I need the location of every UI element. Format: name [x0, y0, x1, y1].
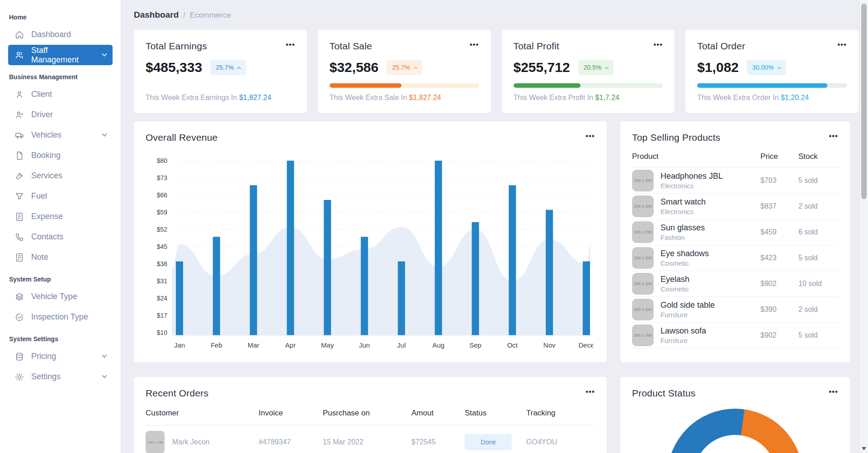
chevron-down-icon	[102, 131, 107, 136]
table-row[interactable]: 100 x 100 Mark Jecon #4789347 15 Mar 202…	[146, 425, 595, 453]
stat-card-total-earnings: Total Earnings ••• $485,333 25.7% This W…	[134, 30, 307, 113]
more-options-icon[interactable]: •••	[585, 388, 595, 396]
column-header-amount: Amout	[411, 409, 465, 418]
top-selling-products-card: Top Selling Products ••• Product Price S…	[620, 121, 850, 362]
products-table-header: Product Price Stock	[632, 143, 838, 168]
trend-value: 25.7%	[392, 64, 410, 71]
table-row[interactable]: 200 x 200 Smart watch Electronics $837 2…	[632, 194, 838, 219]
table-row[interactable]: 200 x 200 Eye shadows Cosmetic $423 5 so…	[632, 245, 838, 271]
orders-table-header: Customer Invoice Pusrchase on Amout Stat…	[146, 399, 595, 425]
thumbnail-placeholder-label: 200 x 200	[634, 333, 652, 338]
product-stock: 5 sold	[798, 176, 838, 185]
svg-text:Dece: Dece	[578, 341, 593, 349]
table-row[interactable]: 200 x 200 Sun glasses Fashion $459 6 sol…	[632, 219, 838, 245]
product-thumbnail: 200 x 200	[632, 273, 654, 295]
sidebar-item-fuel[interactable]: Fuel	[8, 186, 113, 206]
svg-text:$52: $52	[157, 226, 168, 233]
svg-text:$17: $17	[157, 312, 168, 319]
sidebar-item-pricing[interactable]: Pricing	[8, 346, 113, 367]
note-icon	[14, 253, 24, 262]
page-scrollbar[interactable]	[859, 0, 868, 453]
person-icon	[14, 90, 24, 100]
more-options-icon[interactable]: •••	[286, 41, 295, 48]
chevron-down-icon	[102, 353, 107, 358]
breadcrumb-dashboard-link[interactable]: Dashboard	[134, 10, 179, 20]
phone-icon	[14, 232, 24, 242]
more-options-icon[interactable]: •••	[829, 132, 838, 140]
card-title: Total Sale	[330, 41, 372, 52]
sidebar-item-note[interactable]: Note	[8, 247, 113, 267]
product-stock: 2 sold	[798, 305, 838, 314]
svg-text:Aug: Aug	[432, 341, 444, 349]
product-name: Eyelash	[660, 275, 689, 284]
order-amount: $72545	[411, 438, 465, 446]
sidebar-item-contacts[interactable]: Contacts	[8, 227, 113, 247]
sidebar-item-settings[interactable]: Settings	[8, 367, 113, 387]
sidebar-item-expense[interactable]: Expense	[8, 206, 113, 227]
status-badge: Done	[465, 434, 512, 450]
table-row[interactable]: 200 x 200 Gold side table Furniture $390…	[632, 297, 838, 323]
home-icon	[14, 30, 24, 40]
sidebar-item-booking[interactable]: Booking	[8, 145, 113, 166]
svg-text:Feb: Feb	[211, 341, 222, 349]
breadcrumb-separator: /	[183, 11, 185, 19]
thumbnail-placeholder-label: 200 x 200	[634, 256, 652, 260]
product-name: Smart watch	[660, 197, 706, 207]
sidebar-item-inspection-type[interactable]: Inspection Type	[8, 307, 113, 327]
product-price: $902	[760, 331, 798, 339]
stat-footer-text: This Week Extra Profit In	[514, 94, 594, 101]
card-title: Overall Revenue	[146, 132, 217, 143]
sidebar-item-label: Services	[31, 171, 62, 181]
product-category: Cosmetic	[660, 259, 709, 267]
scrollbar-thumb[interactable]	[861, 4, 867, 199]
truck-icon	[14, 130, 24, 140]
sidebar-item-driver[interactable]: Driver	[8, 105, 113, 125]
product-name: Gold side table	[660, 300, 715, 310]
stat-value: $485,333	[146, 60, 202, 75]
more-options-icon[interactable]: •••	[653, 41, 663, 48]
recent-orders-card: Recent Orders ••• Customer Invoice Pusrc…	[134, 377, 607, 453]
svg-text:Apr: Apr	[285, 341, 296, 349]
svg-text:May: May	[321, 341, 334, 349]
chevron-up-icon	[777, 67, 781, 70]
scrollbar-down-arrow-icon[interactable]	[862, 447, 866, 450]
bottom-row: Recent Orders ••• Customer Invoice Pusrc…	[134, 377, 859, 453]
product-thumbnail: 200 x 200	[632, 299, 654, 320]
stat-card-total-order: Total Order ••• $1,082 30.00% This Week …	[685, 30, 859, 113]
sidebar-item-vehicles[interactable]: Vehicles	[8, 125, 113, 145]
more-options-icon[interactable]: •••	[829, 388, 838, 396]
sidebar-item-staff-management[interactable]: Staff Management	[8, 45, 113, 65]
table-row[interactable]: 200 x 200 Headphones JBL Electronics $70…	[632, 168, 838, 194]
trend-value: 30.00%	[752, 64, 774, 71]
thumbnail-placeholder-label: 200 x 200	[634, 281, 652, 286]
more-options-icon[interactable]: •••	[585, 132, 595, 140]
stat-footer: This Week Extra Earnings In $1,827.24	[146, 94, 295, 102]
card-title: Total Profit	[514, 41, 560, 52]
stat-footer: This Week Extra Sale In $1,827.24	[330, 94, 479, 102]
product-stock: 6 sold	[798, 228, 838, 236]
sidebar-item-services[interactable]: Services	[8, 166, 113, 186]
svg-text:Jan: Jan	[174, 341, 185, 349]
trend-badge: 25.7%	[387, 60, 422, 75]
product-price: $423	[760, 254, 798, 262]
table-row[interactable]: 200 x 200 Eyelash Cosmetic $902 10 sold	[632, 271, 838, 297]
svg-text:$73: $73	[157, 174, 168, 181]
column-header-invoice: Invoice	[259, 409, 323, 418]
chevron-down-icon	[102, 373, 107, 378]
sidebar-item-label: Client	[31, 90, 52, 99]
sidebar-item-dashboard[interactable]: Dashboard	[8, 24, 113, 45]
table-row[interactable]: 200 x 200 Lawson sofa Furniture $902 5 s…	[632, 323, 838, 348]
product-thumbnail: 200 x 200	[632, 247, 654, 269]
sidebar-item-client[interactable]: Client	[8, 84, 113, 105]
sidebar-item-vehicle-type[interactable]: Vehicle Type	[8, 286, 113, 307]
trend-value: 25.7%	[216, 64, 234, 71]
trend-badge: 30.00%	[747, 60, 786, 75]
svg-text:Sep: Sep	[469, 341, 481, 349]
svg-text:Nov: Nov	[543, 341, 556, 349]
more-options-icon[interactable]: •••	[470, 41, 479, 48]
product-price: $390	[760, 305, 798, 314]
product-name: Headphones JBL	[660, 172, 723, 181]
stat-footer-text: This Week Extra Earnings In	[146, 94, 237, 101]
svg-text:Jun: Jun	[359, 341, 370, 349]
more-options-icon[interactable]: •••	[837, 41, 847, 48]
